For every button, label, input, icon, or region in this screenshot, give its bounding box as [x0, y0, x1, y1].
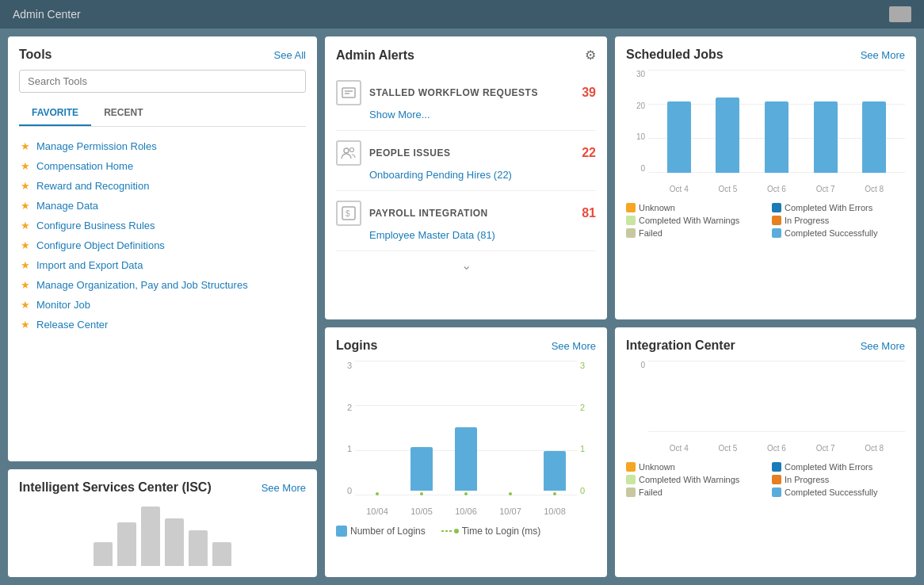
tool-link[interactable]: Monitor Job	[36, 299, 90, 311]
list-item[interactable]: ★ Reward and Recognition	[19, 176, 306, 196]
legend-item-logins: Number of Logins	[336, 526, 426, 537]
logins-header: Logins See More	[336, 338, 596, 353]
login-bar	[455, 427, 477, 491]
logins-legend: Number of Logins Time to Login (ms)	[336, 526, 596, 537]
list-item[interactable]: ★ Configure Object Definitions	[19, 235, 306, 255]
tab-favorite[interactable]: FAVORITE	[19, 101, 91, 126]
y-axis-left: 3 2 1 0	[336, 361, 352, 495]
logins-see-more[interactable]: See More	[552, 340, 596, 352]
logins-title: Logins	[336, 338, 377, 353]
list-item[interactable]: ★ Manage Data	[19, 196, 306, 216]
star-icon: ★	[21, 319, 30, 331]
chart-bar-group	[410, 447, 433, 495]
tool-link[interactable]: Configure Business Rules	[36, 220, 155, 231]
tool-link[interactable]: Manage Organization, Pay and Job Structu…	[36, 279, 248, 291]
legend-dot	[772, 488, 781, 497]
top-bar: Admin Center	[0, 0, 924, 29]
ic-title: Integration Center	[626, 338, 735, 353]
alert-item-payroll: $ PAYROLL INTEGRATION 81 Employee Master…	[336, 191, 596, 251]
legend-dot	[626, 462, 636, 472]
alert-link-people[interactable]: Onboarding Pending Hires (22)	[369, 169, 512, 181]
ic-chart-area	[648, 361, 905, 432]
svg-point-3	[344, 148, 349, 153]
isc-chart	[19, 503, 306, 566]
top-bar-icon[interactable]	[889, 6, 911, 22]
tool-link[interactable]: Reward and Recognition	[36, 180, 149, 192]
alert-count: 39	[582, 86, 596, 100]
tool-link[interactable]: Manage Data	[36, 200, 98, 212]
alert-header: $ PAYROLL INTEGRATION 81	[336, 201, 596, 226]
star-icon: ★	[21, 160, 30, 172]
star-icon: ★	[21, 259, 30, 271]
sj-legend: Unknown Completed With Errors Completed …	[626, 203, 905, 238]
list-item[interactable]: ★ Monitor Job	[19, 295, 306, 315]
sj-bar	[667, 101, 691, 173]
legend-dot	[772, 228, 781, 238]
app-title: Admin Center	[13, 8, 81, 21]
workflow-icon	[336, 80, 361, 105]
logins-panel: Logins See More 3 2 1 0 3 2 1 0	[325, 327, 607, 577]
isc-bar	[165, 518, 184, 566]
alert-link-payroll[interactable]: Employee Master Data (81)	[369, 229, 495, 241]
tool-link[interactable]: Import and Export Data	[36, 259, 143, 271]
alert-link-workflow[interactable]: Show More...	[369, 109, 430, 120]
sj-bar	[765, 101, 788, 173]
search-input[interactable]	[19, 70, 306, 93]
admin-alerts-title: Admin Alerts	[336, 48, 414, 63]
sj-legend-failed: Failed	[626, 228, 759, 238]
ic-legend-success: Completed Successfully	[772, 488, 905, 497]
legend-dot	[626, 475, 636, 484]
isc-title: Intelligent Services Center (ISC)	[19, 480, 212, 495]
tool-link[interactable]: Release Center	[36, 319, 108, 331]
isc-bar	[212, 542, 231, 566]
logins-chart-container: 3 2 1 0 3 2 1 0	[336, 361, 596, 519]
ic-legend-inprogress: In Progress	[772, 475, 905, 484]
login-bar	[410, 447, 433, 491]
isc-bar	[189, 530, 208, 566]
list-item[interactable]: ★ Manage Permission Roles	[19, 136, 306, 156]
list-item[interactable]: ★ Compensation Home	[19, 156, 306, 176]
legend-dot	[772, 475, 781, 484]
isc-see-more[interactable]: See More	[262, 482, 306, 494]
list-item[interactable]: ★ Release Center	[19, 315, 306, 335]
alert-header: STALLED WORKFLOW REQUESTS 39	[336, 80, 596, 105]
tool-link[interactable]: Compensation Home	[36, 160, 133, 172]
sj-see-more[interactable]: See More	[861, 49, 905, 61]
sj-legend-warnings: Completed With Warnings	[626, 216, 759, 225]
sj-bar	[716, 98, 739, 173]
tab-recent[interactable]: RECENT	[91, 101, 155, 126]
list-item[interactable]: ★ Configure Business Rules	[19, 216, 306, 235]
star-icon: ★	[21, 140, 30, 152]
ic-legend-errors: Completed With Errors	[772, 462, 905, 472]
tool-link[interactable]: Manage Permission Roles	[36, 140, 157, 152]
tools-see-all[interactable]: See All	[274, 49, 306, 61]
legend-dot-dotted	[441, 529, 459, 533]
tools-list: ★ Manage Permission Roles ★ Compensation…	[19, 136, 306, 335]
ic-see-more[interactable]: See More	[861, 340, 905, 352]
login-bar	[544, 451, 566, 491]
ic-legend-failed: Failed	[626, 488, 759, 497]
alert-title: STALLED WORKFLOW REQUESTS	[369, 87, 538, 98]
payroll-icon: $	[336, 201, 361, 226]
legend-dot	[772, 203, 781, 212]
sj-legend-errors: Completed With Errors	[772, 203, 905, 212]
tools-header: Tools See All	[19, 48, 306, 62]
gear-icon[interactable]: ⚙	[585, 48, 596, 63]
sj-legend-success: Completed Successfully	[772, 228, 905, 238]
list-item[interactable]: ★ Manage Organization, Pay and Job Struc…	[19, 275, 306, 295]
isc-header: Intelligent Services Center (ISC) See Mo…	[19, 480, 306, 495]
admin-alerts-header: Admin Alerts ⚙	[336, 48, 596, 63]
alert-row: $ PAYROLL INTEGRATION	[336, 201, 488, 226]
tool-link[interactable]: Configure Object Definitions	[36, 239, 165, 251]
alert-row: STALLED WORKFLOW REQUESTS	[336, 80, 538, 105]
star-icon: ★	[21, 180, 30, 192]
scheduled-jobs-panel: Scheduled Jobs See More 30 20 10 0	[615, 36, 916, 319]
isc-panel: Intelligent Services Center (ISC) See Mo…	[8, 469, 317, 577]
legend-dot	[772, 462, 781, 472]
chevron-down-icon[interactable]: ⌄	[336, 251, 596, 279]
chart-bar-group	[455, 427, 477, 495]
sj-header: Scheduled Jobs See More	[626, 48, 905, 62]
list-item[interactable]: ★ Import and Export Data	[19, 255, 306, 275]
admin-alerts-panel: Admin Alerts ⚙ STALLED WORKFLOW REQUESTS…	[325, 36, 607, 319]
sj-chart-container: 30 20 10 0	[626, 70, 905, 197]
